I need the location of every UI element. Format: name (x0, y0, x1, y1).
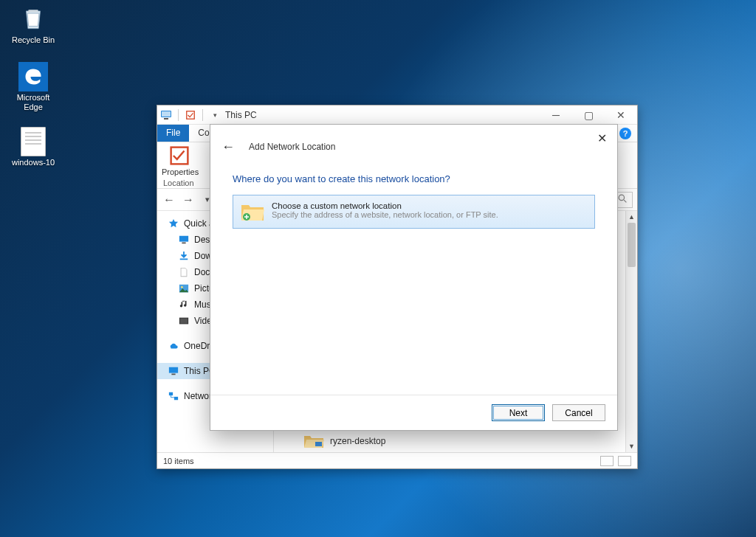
search-icon (618, 193, 628, 207)
svg-rect-8 (182, 243, 185, 244)
dialog-back-button[interactable]: ← (219, 138, 237, 156)
svg-rect-15 (171, 374, 175, 375)
music-icon (178, 299, 190, 311)
item-label: ryzen-desktop (330, 436, 385, 446)
svg-rect-7 (179, 236, 188, 242)
cancel-button[interactable]: Cancel (552, 404, 605, 421)
recycle-bin-icon (18, 4, 48, 34)
network-folder-icon (303, 434, 324, 448)
desktop-icon-recycle-bin[interactable]: Recycle Bin (7, 4, 59, 45)
nav-back-button[interactable]: ← (162, 193, 176, 207)
dialog-title: Add Network Location (249, 142, 335, 152)
dialog-button-row: Next Cancel (210, 395, 617, 430)
svg-line-6 (624, 200, 626, 202)
scrollbar-thumb[interactable] (628, 223, 636, 267)
desktop-icon-label: Recycle Bin (7, 35, 59, 45)
ribbon-section-label: Location (163, 179, 194, 187)
this-pc-icon (168, 365, 179, 377)
vertical-scrollbar[interactable]: ▲ ▼ (625, 211, 637, 452)
desktop-icon-label: windows-10 (7, 158, 59, 167)
ribbon-item-label: Properties (162, 167, 197, 176)
properties-quickaccess-icon[interactable] (185, 109, 196, 121)
text-file-icon (18, 127, 48, 156)
network-location-item[interactable]: ryzen-desktop (303, 434, 385, 448)
svg-point-5 (619, 195, 624, 200)
desktop-icon-microsoft-edge[interactable]: Microsoft Edge (7, 62, 59, 112)
network-folder-icon (241, 201, 264, 222)
scroll-down-icon[interactable]: ▼ (626, 440, 637, 452)
svg-rect-14 (169, 367, 178, 373)
add-network-location-dialog: ✕ ← Add Network Location Where do you wa… (210, 124, 618, 431)
pictures-icon (178, 283, 190, 294)
ribbon-properties-button[interactable]: Properties (162, 145, 197, 176)
this-pc-icon (160, 109, 172, 121)
dialog-heading: Where do you want to create this network… (210, 156, 617, 195)
downloads-icon (178, 250, 190, 262)
view-details-button[interactable] (600, 456, 614, 466)
svg-rect-18 (315, 442, 322, 446)
videos-icon (178, 315, 190, 327)
status-item-count: 10 items (163, 457, 194, 465)
documents-icon (178, 266, 190, 278)
option-subtitle: Specify the address of a website, networ… (272, 210, 498, 219)
minimize-button[interactable]: ─ (540, 105, 572, 125)
svg-point-11 (181, 286, 183, 288)
star-icon (168, 218, 179, 229)
close-button[interactable]: ✕ (605, 105, 637, 125)
onedrive-icon (168, 340, 179, 352)
option-custom-network-location[interactable]: Choose a custom network location Specify… (233, 195, 595, 229)
dropdown-icon[interactable]: ▾ (209, 109, 221, 121)
title-bar: ▾ This PC ─ ▢ ✕ (157, 105, 637, 125)
svg-rect-2 (164, 118, 168, 119)
status-bar: 10 items (157, 452, 637, 468)
help-icon[interactable]: ? (619, 128, 631, 139)
properties-icon (168, 145, 191, 166)
svg-rect-17 (174, 397, 178, 400)
scroll-up-icon[interactable]: ▲ (626, 211, 637, 223)
svg-rect-13 (180, 319, 188, 324)
desktop-icon-label: Microsoft Edge (7, 93, 59, 112)
edge-icon (18, 62, 48, 91)
window-title: This PC (225, 110, 257, 120)
network-icon (168, 390, 179, 402)
next-button[interactable]: Next (492, 404, 545, 421)
view-large-icons-button[interactable] (618, 456, 631, 466)
dialog-close-button[interactable]: ✕ (591, 129, 613, 147)
tab-file[interactable]: File (157, 125, 189, 142)
desktop-icon (178, 234, 190, 246)
option-title: Choose a custom network location (272, 201, 498, 210)
svg-rect-3 (187, 111, 195, 119)
nav-forward-button[interactable]: → (181, 193, 196, 207)
desktop-icon-windows-10[interactable]: windows-10 (7, 127, 59, 167)
svg-rect-9 (180, 259, 188, 260)
maximize-button[interactable]: ▢ (572, 105, 605, 125)
svg-rect-16 (169, 392, 173, 395)
svg-rect-1 (162, 111, 171, 117)
